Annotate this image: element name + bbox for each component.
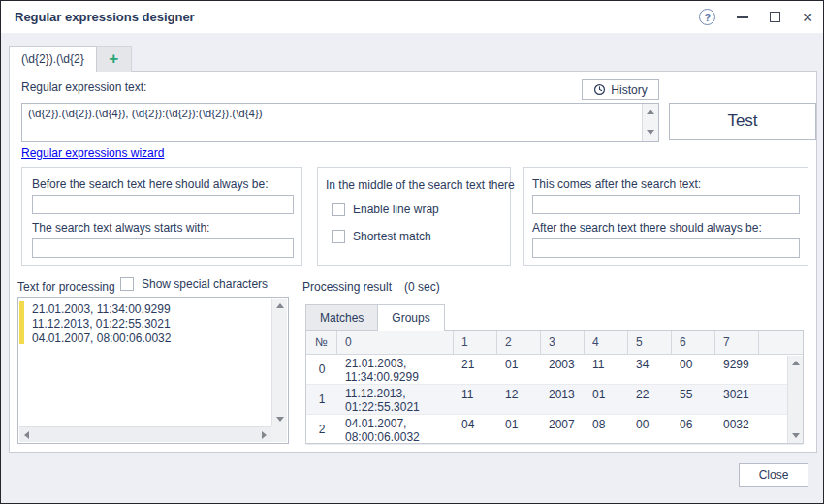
group-cell: 01	[497, 415, 541, 444]
minimize-button[interactable]	[737, 16, 748, 18]
group-cell: 0032	[715, 415, 759, 444]
group-cell: 34	[628, 355, 672, 384]
scroll-up-icon[interactable]	[276, 303, 284, 308]
col-header[interactable]: 7	[715, 331, 759, 354]
window-controls: ? ✕	[699, 1, 817, 33]
col-header[interactable]: 2	[497, 331, 541, 354]
group-cell: 01	[497, 355, 541, 384]
maximize-button[interactable]	[770, 12, 780, 22]
scroll-down-icon[interactable]	[647, 130, 654, 135]
add-tab-button[interactable]: +	[97, 46, 132, 72]
comes-after-input[interactable]	[532, 195, 800, 214]
pattern-tab-bar: (\d{2}).(\d{2} +	[9, 46, 132, 72]
group-cell: 55	[672, 385, 715, 414]
special-chars-checkbox[interactable]	[120, 277, 134, 291]
tab-groups[interactable]: Groups	[377, 304, 444, 331]
result-label: Processing result	[302, 280, 392, 294]
table-vertical-scrollbar[interactable]	[787, 356, 803, 443]
group-cell: 11	[454, 385, 497, 414]
result-tab-bar: Matches Groups	[305, 304, 445, 331]
minimize-icon	[737, 16, 748, 18]
text-vertical-scrollbar[interactable]	[271, 299, 287, 426]
table-header: № 0 1 2 3 4 5 6 7	[306, 331, 803, 355]
scroll-up-icon[interactable]	[647, 110, 654, 114]
group-cell: 00	[672, 355, 715, 384]
regex-scrollbar[interactable]	[642, 104, 658, 141]
starts-with-label: The search text always starts with:	[32, 221, 209, 235]
group-cell: 9299	[715, 355, 759, 384]
scroll-right-icon[interactable]	[262, 431, 267, 439]
col-header[interactable]: 5	[628, 331, 672, 354]
special-chars-label: Show special characters	[142, 277, 268, 291]
starts-with-input[interactable]	[32, 238, 294, 258]
comes-after-label: This comes after the search text:	[532, 177, 701, 191]
text-processing-label: Text for processing	[17, 280, 115, 294]
shortest-match-option[interactable]: Shortest match	[332, 230, 431, 243]
match-marker	[19, 301, 24, 344]
shortest-match-checkbox[interactable]	[332, 230, 345, 243]
table-row[interactable]: 0 21.01.2003, 11:34:00.9299 21 01 2003 1…	[306, 355, 803, 385]
scrollbar-corner	[271, 426, 287, 442]
col-header[interactable]: 6	[672, 331, 715, 354]
group-cell: 01	[585, 385, 628, 414]
text-line: 11.12.2013, 01:22:55.3021	[32, 317, 171, 331]
text-lines: 21.01.2003, 11:34:00.9299 11.12.2013, 01…	[32, 302, 171, 346]
group-cell: 2007	[541, 415, 585, 444]
window-title: Regular expressions designer	[15, 10, 195, 24]
before-groupbox: Before the search text here should alway…	[21, 167, 302, 266]
after-always-input[interactable]	[532, 238, 800, 258]
close-button[interactable]: Close	[739, 463, 808, 487]
text-line: 21.01.2003, 11:34:00.9299	[32, 302, 171, 317]
row-number: 0	[306, 355, 337, 384]
group-cell: 06	[672, 415, 715, 444]
col-header[interactable]: 1	[454, 331, 497, 354]
col-header[interactable]: 4	[585, 331, 628, 354]
group-cell: 00	[628, 415, 672, 444]
line-wrap-label: Enable line wrap	[353, 203, 439, 216]
pattern-tab[interactable]: (\d{2}).(\d{2}	[9, 46, 97, 72]
group-cell: 11	[585, 355, 628, 384]
plus-icon: +	[109, 49, 118, 69]
match-cell: 11.12.2013, 01:22:55.3021	[337, 385, 454, 414]
after-always-label: After the search text there should alway…	[532, 221, 762, 235]
col-header[interactable]: 0	[337, 331, 454, 354]
regex-value: (\d{2}).(\d{2}).(\d{4}), (\d{2}):(\d{2})…	[28, 108, 263, 119]
text-horizontal-scrollbar[interactable]	[19, 426, 271, 442]
test-button[interactable]: Test	[669, 103, 816, 140]
help-icon[interactable]: ?	[699, 9, 715, 25]
before-input[interactable]	[32, 195, 294, 214]
history-button[interactable]: History	[582, 79, 659, 100]
regex-input[interactable]: (\d{2}).(\d{2}).(\d{4}), (\d{2}):(\d{2})…	[21, 103, 659, 142]
group-cell: 12	[497, 385, 541, 414]
groups-table: № 0 1 2 3 4 5 6 7 0 21.01.2003, 11:34:00…	[305, 330, 804, 444]
match-cell: 21.01.2003, 11:34:00.9299	[337, 355, 454, 384]
close-window-icon[interactable]: ✕	[802, 11, 813, 24]
col-header[interactable]: №	[306, 331, 337, 354]
middle-groupbox: In the middle of the search text there E…	[317, 167, 511, 266]
scroll-up-icon[interactable]	[792, 361, 800, 365]
maximize-icon	[770, 12, 780, 22]
group-cell: 2013	[541, 385, 585, 414]
table-row[interactable]: 2 04.01.2007, 08:00:06.0032 04 01 2007 0…	[306, 415, 803, 445]
regex-designer-window: Regular expressions designer ? ✕ (\d{2})…	[0, 0, 824, 504]
col-header-filler	[759, 331, 803, 354]
group-cell: 3021	[715, 385, 759, 414]
group-cell: 2003	[541, 355, 585, 384]
history-icon	[593, 83, 606, 96]
scroll-down-icon[interactable]	[276, 417, 284, 422]
line-wrap-option[interactable]: Enable line wrap	[332, 203, 439, 216]
text-processing-area[interactable]: 21.01.2003, 11:34:00.9299 11.12.2013, 01…	[17, 297, 289, 444]
table-row[interactable]: 1 11.12.2013, 01:22:55.3021 11 12 2013 0…	[306, 385, 803, 415]
tab-matches[interactable]: Matches	[305, 304, 377, 331]
special-chars-option[interactable]: Show special characters	[120, 277, 268, 291]
scroll-left-icon[interactable]	[24, 431, 29, 439]
after-groupbox: This comes after the search text: After …	[523, 167, 808, 266]
title-bar: Regular expressions designer ? ✕	[1, 1, 823, 33]
col-header[interactable]: 3	[541, 331, 585, 354]
scroll-down-icon[interactable]	[792, 433, 800, 438]
before-label: Before the search text here should alway…	[32, 177, 268, 191]
text-line: 04.01.2007, 08:00:06.0032	[32, 331, 171, 346]
line-wrap-checkbox[interactable]	[332, 203, 345, 216]
wizard-link[interactable]: Regular expressions wizard	[21, 146, 164, 160]
history-button-label: History	[611, 83, 647, 97]
